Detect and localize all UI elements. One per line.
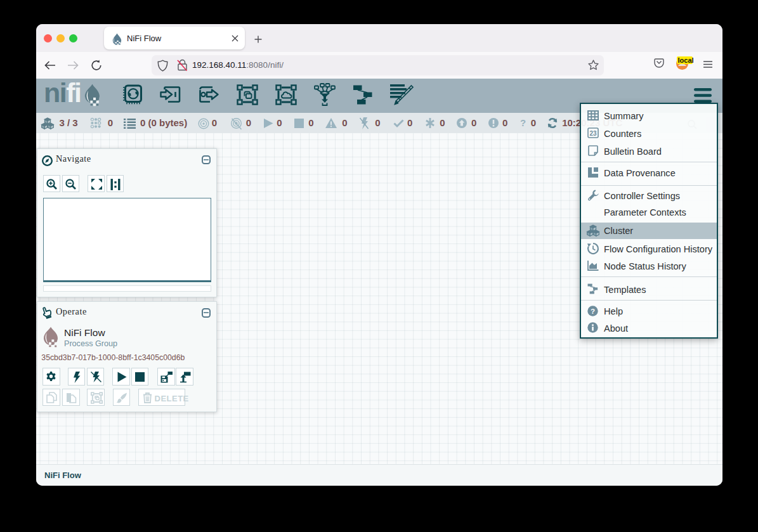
svg-text:23: 23 bbox=[589, 130, 597, 137]
svg-text:?: ? bbox=[591, 308, 595, 315]
